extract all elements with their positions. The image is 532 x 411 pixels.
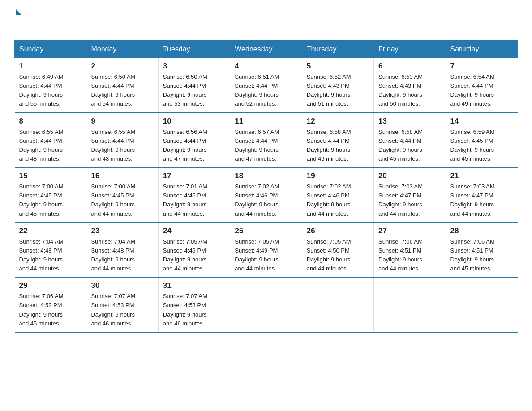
- calendar-cell: [374, 277, 446, 332]
- day-info: Sunrise: 6:55 AM Sunset: 4:44 PM Dayligh…: [91, 128, 153, 164]
- day-number: 24: [163, 227, 225, 235]
- day-info: Sunrise: 7:03 AM Sunset: 4:47 PM Dayligh…: [450, 182, 513, 218]
- day-info: Sunrise: 7:05 AM Sunset: 4:50 PM Dayligh…: [307, 237, 369, 274]
- day-number: 12: [307, 117, 369, 126]
- day-number: 28: [450, 227, 513, 235]
- day-info: Sunrise: 7:03 AM Sunset: 4:47 PM Dayligh…: [378, 182, 441, 218]
- calendar-cell: 6 Sunrise: 6:53 AM Sunset: 4:43 PM Dayli…: [374, 58, 446, 113]
- day-info: Sunrise: 6:58 AM Sunset: 4:44 PM Dayligh…: [378, 128, 441, 164]
- calendar-cell: 17 Sunrise: 7:01 AM Sunset: 4:46 PM Dayl…: [158, 167, 230, 223]
- week-row-5: 29 Sunrise: 7:06 AM Sunset: 4:52 PM Dayl…: [15, 277, 518, 332]
- day-number: 18: [235, 171, 297, 180]
- day-number: 22: [19, 227, 82, 235]
- calendar-cell: 19 Sunrise: 7:02 AM Sunset: 4:46 PM Dayl…: [302, 167, 373, 223]
- day-number: 21: [450, 171, 513, 180]
- calendar-cell: 7 Sunrise: 6:54 AM Sunset: 4:44 PM Dayli…: [446, 58, 517, 113]
- day-number: 26: [307, 227, 369, 235]
- day-info: Sunrise: 6:50 AM Sunset: 4:44 PM Dayligh…: [163, 73, 225, 109]
- day-info: Sunrise: 6:57 AM Sunset: 4:44 PM Dayligh…: [235, 128, 297, 164]
- logo-arrow-icon: [16, 9, 22, 15]
- week-row-4: 22 Sunrise: 7:04 AM Sunset: 4:48 PM Dayl…: [15, 223, 518, 278]
- day-number: 4: [235, 62, 297, 71]
- day-info: Sunrise: 7:06 AM Sunset: 4:52 PM Dayligh…: [19, 292, 82, 328]
- day-info: Sunrise: 7:00 AM Sunset: 4:45 PM Dayligh…: [19, 182, 82, 218]
- calendar-cell: [446, 277, 517, 332]
- day-info: Sunrise: 6:55 AM Sunset: 4:44 PM Dayligh…: [19, 128, 82, 164]
- calendar-cell: 13 Sunrise: 6:58 AM Sunset: 4:44 PM Dayl…: [374, 113, 446, 168]
- calendar-cell: 31 Sunrise: 7:07 AM Sunset: 4:53 PM Dayl…: [158, 277, 230, 332]
- calendar-cell: 1 Sunrise: 6:49 AM Sunset: 4:44 PM Dayli…: [15, 58, 86, 113]
- day-info: Sunrise: 7:06 AM Sunset: 4:51 PM Dayligh…: [378, 237, 441, 274]
- calendar-body: 1 Sunrise: 6:49 AM Sunset: 4:44 PM Dayli…: [15, 58, 518, 332]
- day-number: 31: [163, 281, 225, 290]
- calendar-cell: [230, 277, 302, 332]
- calendar-cell: 2 Sunrise: 6:50 AM Sunset: 4:44 PM Dayli…: [86, 58, 158, 113]
- calendar-cell: 20 Sunrise: 7:03 AM Sunset: 4:47 PM Dayl…: [374, 167, 446, 223]
- week-row-1: 1 Sunrise: 6:49 AM Sunset: 4:44 PM Dayli…: [15, 58, 518, 113]
- day-number: 5: [307, 62, 369, 71]
- calendar-cell: 23 Sunrise: 7:04 AM Sunset: 4:48 PM Dayl…: [86, 223, 158, 278]
- day-number: 29: [19, 281, 82, 290]
- calendar-cell: 22 Sunrise: 7:04 AM Sunset: 4:48 PM Dayl…: [15, 223, 86, 278]
- calendar-cell: 26 Sunrise: 7:05 AM Sunset: 4:50 PM Dayl…: [302, 223, 373, 278]
- calendar-cell: 16 Sunrise: 7:00 AM Sunset: 4:45 PM Dayl…: [86, 167, 158, 223]
- day-info: Sunrise: 7:00 AM Sunset: 4:45 PM Dayligh…: [91, 182, 153, 218]
- calendar-cell: 24 Sunrise: 7:05 AM Sunset: 4:49 PM Dayl…: [158, 223, 230, 278]
- day-number: 20: [378, 171, 441, 180]
- calendar-cell: 9 Sunrise: 6:55 AM Sunset: 4:44 PM Dayli…: [86, 113, 158, 168]
- calendar-cell: 21 Sunrise: 7:03 AM Sunset: 4:47 PM Dayl…: [446, 167, 517, 223]
- calendar-header: SundayMondayTuesdayWednesdayThursdayFrid…: [15, 41, 518, 58]
- day-info: Sunrise: 6:50 AM Sunset: 4:44 PM Dayligh…: [91, 73, 153, 109]
- day-number: 25: [235, 227, 297, 235]
- calendar-cell: 4 Sunrise: 6:51 AM Sunset: 4:44 PM Dayli…: [230, 58, 302, 113]
- day-number: 7: [450, 62, 513, 71]
- day-info: Sunrise: 7:05 AM Sunset: 4:49 PM Dayligh…: [163, 237, 225, 274]
- header-day-tuesday: Tuesday: [158, 41, 230, 58]
- day-info: Sunrise: 6:51 AM Sunset: 4:44 PM Dayligh…: [235, 73, 297, 109]
- calendar-cell: [302, 277, 373, 332]
- calendar-cell: 5 Sunrise: 6:52 AM Sunset: 4:43 PM Dayli…: [302, 58, 373, 113]
- day-number: 27: [378, 227, 441, 235]
- day-info: Sunrise: 6:49 AM Sunset: 4:44 PM Dayligh…: [19, 73, 82, 109]
- calendar-cell: 29 Sunrise: 7:06 AM Sunset: 4:52 PM Dayl…: [15, 277, 86, 332]
- day-number: 23: [91, 227, 153, 235]
- calendar-cell: 14 Sunrise: 6:59 AM Sunset: 4:45 PM Dayl…: [446, 113, 517, 168]
- day-number: 1: [19, 62, 82, 71]
- header-day-sunday: Sunday: [15, 41, 86, 58]
- day-info: Sunrise: 6:54 AM Sunset: 4:44 PM Dayligh…: [450, 73, 513, 109]
- day-number: 2: [91, 62, 153, 71]
- calendar-cell: 8 Sunrise: 6:55 AM Sunset: 4:44 PM Dayli…: [15, 113, 86, 168]
- calendar-cell: 15 Sunrise: 7:00 AM Sunset: 4:45 PM Dayl…: [15, 167, 86, 223]
- day-number: 10: [163, 117, 225, 126]
- day-number: 19: [307, 171, 369, 180]
- week-row-3: 15 Sunrise: 7:00 AM Sunset: 4:45 PM Dayl…: [15, 167, 518, 223]
- day-info: Sunrise: 6:58 AM Sunset: 4:44 PM Dayligh…: [307, 128, 369, 164]
- day-info: Sunrise: 6:56 AM Sunset: 4:44 PM Dayligh…: [163, 128, 225, 164]
- calendar-cell: 28 Sunrise: 7:06 AM Sunset: 4:51 PM Dayl…: [446, 223, 517, 278]
- day-number: 16: [91, 171, 153, 180]
- calendar-cell: 3 Sunrise: 6:50 AM Sunset: 4:44 PM Dayli…: [158, 58, 230, 113]
- day-number: 9: [91, 117, 153, 126]
- day-info: Sunrise: 7:02 AM Sunset: 4:46 PM Dayligh…: [307, 182, 369, 218]
- day-info: Sunrise: 7:05 AM Sunset: 4:49 PM Dayligh…: [235, 237, 297, 274]
- page-header: [14, 11, 518, 30]
- day-number: 8: [19, 117, 82, 126]
- header-day-friday: Friday: [374, 41, 446, 58]
- day-number: 30: [91, 281, 153, 290]
- calendar-table: SundayMondayTuesdayWednesdayThursdayFrid…: [14, 40, 518, 333]
- header-day-monday: Monday: [86, 41, 158, 58]
- day-info: Sunrise: 7:04 AM Sunset: 4:48 PM Dayligh…: [91, 237, 153, 274]
- day-info: Sunrise: 7:07 AM Sunset: 4:53 PM Dayligh…: [91, 292, 153, 328]
- day-info: Sunrise: 6:53 AM Sunset: 4:43 PM Dayligh…: [378, 73, 441, 109]
- calendar-cell: 27 Sunrise: 7:06 AM Sunset: 4:51 PM Dayl…: [374, 223, 446, 278]
- day-number: 11: [235, 117, 297, 126]
- day-number: 6: [378, 62, 441, 71]
- day-number: 13: [378, 117, 441, 126]
- day-number: 17: [163, 171, 225, 180]
- day-number: 3: [163, 62, 225, 71]
- calendar-cell: 11 Sunrise: 6:57 AM Sunset: 4:44 PM Dayl…: [230, 113, 302, 168]
- header-day-thursday: Thursday: [302, 41, 373, 58]
- day-number: 14: [450, 117, 513, 126]
- day-info: Sunrise: 7:04 AM Sunset: 4:48 PM Dayligh…: [19, 237, 82, 274]
- day-number: 15: [19, 171, 82, 180]
